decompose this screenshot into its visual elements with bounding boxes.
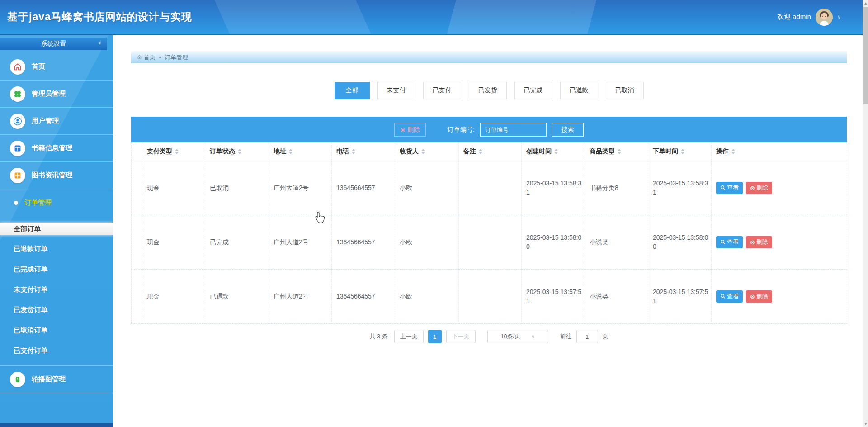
- col-label: 下单时间: [653, 147, 678, 156]
- col-phone[interactable]: 电话: [332, 142, 395, 161]
- col-order-time[interactable]: 下单时间: [648, 142, 712, 161]
- sub-item-completed-orders[interactable]: 已完成订单: [0, 259, 113, 280]
- select-column-header[interactable]: [132, 142, 142, 161]
- view-button[interactable]: 查看: [716, 290, 743, 303]
- sidebar-item-admin-mgmt[interactable]: 管理员管理: [0, 81, 113, 108]
- table-toolbar: ⊗ 删除 订单编号: 搜索: [131, 117, 847, 142]
- sidebar-item-order-mgmt[interactable]: 订单管理: [0, 189, 113, 216]
- delete-circle-icon: ⊗: [750, 239, 755, 246]
- breadcrumb-home-link[interactable]: 首页: [137, 53, 156, 62]
- goto-label: 前往: [560, 332, 572, 341]
- tab-unpaid[interactable]: 未支付: [377, 82, 415, 99]
- sidebar-item-home[interactable]: 首页: [0, 53, 113, 81]
- tab-completed[interactable]: 已完成: [514, 82, 552, 99]
- sub-item-refunded-orders[interactable]: 已退款订单: [0, 239, 113, 259]
- col-consignee[interactable]: 收货人: [395, 142, 459, 161]
- scroll-down-arrow[interactable]: [863, 421, 868, 427]
- sub-item-cancelled-orders[interactable]: 已取消订单: [0, 320, 113, 341]
- avatar-image: [816, 9, 833, 26]
- sidebar-footer-strip: [0, 423, 113, 427]
- cell-actions: 查看 ⊗ 删除: [712, 161, 847, 215]
- sidebar-panel-title[interactable]: 系统设置 »: [0, 38, 107, 50]
- col-order-status[interactable]: 订单状态: [205, 142, 269, 161]
- delete-button[interactable]: ⊗ 删除: [746, 290, 772, 303]
- cell-order-status: 已取消: [205, 161, 269, 215]
- tab-refunded[interactable]: 已退款: [560, 82, 598, 99]
- table-row: 现金 已完成 广州大道2号 13645664557 小欧 2025-03-15 …: [132, 215, 847, 269]
- col-create-time[interactable]: 创建时间: [522, 142, 585, 161]
- breadcrumb-current: 订单管理: [165, 53, 188, 62]
- sidebar-item-book-news-mgmt[interactable]: 图书资讯管理: [0, 162, 113, 189]
- col-remark[interactable]: 备注: [459, 142, 522, 161]
- scrollbar-thumb[interactable]: [863, 7, 868, 104]
- sub-item-all-orders[interactable]: 全部订单: [0, 223, 113, 235]
- cell-address: 广州大道2号: [269, 215, 332, 269]
- avatar: [816, 9, 833, 26]
- order-submenu: 全部订单 已退款订单 已完成订单 未支付订单 已发货订单 已取消订单: [0, 216, 113, 366]
- sidebar-item-label: 管理员管理: [32, 90, 66, 98]
- sidebar-item-label: 书籍信息管理: [32, 144, 72, 152]
- cell-remark: [459, 215, 522, 269]
- cell-consignee: 小欧: [395, 215, 459, 269]
- delete-button[interactable]: ⊗ 删除: [746, 236, 772, 248]
- order-no-input[interactable]: [480, 123, 547, 137]
- app-title: 基于java马蜂窝书店网站的设计与实现: [0, 10, 192, 24]
- cell-actions: 查看 ⊗ 删除: [712, 269, 847, 323]
- sub-item-unpaid-orders[interactable]: 未支付订单: [0, 280, 113, 300]
- view-button[interactable]: 查看: [716, 182, 743, 194]
- search-button[interactable]: 搜索: [552, 123, 584, 137]
- page-size-select[interactable]: 10条/页 ∨: [487, 330, 548, 343]
- sub-item-shipped-orders[interactable]: 已发货订单: [0, 300, 113, 320]
- breadcrumb: 首页 - 订单管理: [131, 51, 847, 63]
- tab-paid[interactable]: 已支付: [423, 82, 461, 99]
- magnifier-icon: [720, 294, 726, 299]
- collapse-chevron-icon: »: [97, 41, 104, 44]
- page-number-active[interactable]: 1: [428, 330, 442, 343]
- sidebar-item-book-info-mgmt[interactable]: 书籍信息管理: [0, 135, 113, 162]
- cell-create-time: 2025-03-15 13:57:51: [522, 269, 585, 323]
- bulk-delete-button[interactable]: ⊗ 删除: [394, 123, 426, 137]
- sidebar-item-carousel-mgmt[interactable]: 轮播图管理: [0, 366, 113, 393]
- col-pay-type[interactable]: 支付类型: [142, 142, 205, 161]
- select-cell[interactable]: [132, 161, 142, 215]
- prev-page-button[interactable]: 上一页: [394, 330, 424, 343]
- col-address[interactable]: 地址: [269, 142, 332, 161]
- tab-all[interactable]: 全部: [335, 82, 370, 99]
- cell-address: 广州大道2号: [269, 269, 332, 323]
- tab-shipped[interactable]: 已发货: [469, 82, 507, 99]
- cell-pay-type: 现金: [142, 269, 205, 323]
- table-row: 现金 已取消 广州大道2号 13645664557 小欧 2025-03-15 …: [132, 161, 847, 215]
- home-outline-icon: [137, 54, 142, 60]
- sort-icon: [681, 149, 684, 154]
- cell-order-status: 已退款: [205, 269, 269, 323]
- col-label: 创建时间: [526, 147, 552, 156]
- sidebar: 系统设置 » 首页 管理员管理: [0, 35, 113, 427]
- cell-product-type: 小说类: [585, 269, 648, 323]
- select-cell[interactable]: [132, 215, 142, 269]
- col-label: 操作: [716, 147, 729, 156]
- chevron-down-icon: ∨: [837, 14, 841, 20]
- book-info-icon: [10, 141, 25, 156]
- orders-table: 支付类型 订单状态 地址 电话 收货人 备注 创建时间 商品类型 下单时间 操作…: [131, 142, 847, 324]
- vertical-scrollbar[interactable]: [863, 0, 868, 427]
- admin-clover-icon: [10, 86, 25, 102]
- tab-cancelled[interactable]: 已取消: [606, 82, 644, 99]
- delete-button[interactable]: ⊗ 删除: [746, 182, 772, 194]
- col-label: 备注: [463, 147, 476, 156]
- delete-circle-icon: ⊗: [400, 126, 406, 133]
- select-cell[interactable]: [132, 269, 142, 323]
- top-header: 基于java马蜂窝书店网站的设计与实现 欢迎 admin ∨: [0, 0, 868, 35]
- view-button[interactable]: 查看: [716, 236, 743, 248]
- col-product-type[interactable]: 商品类型: [585, 142, 648, 161]
- col-actions[interactable]: 操作: [712, 142, 847, 161]
- next-page-button[interactable]: 下一页: [446, 330, 476, 343]
- user-menu[interactable]: 欢迎 admin ∨: [777, 9, 868, 26]
- sidebar-item-user-mgmt[interactable]: 用户管理: [0, 108, 113, 135]
- col-label: 订单状态: [210, 147, 235, 156]
- cell-product-type: 书籍分类8: [585, 161, 648, 215]
- main-content: 首页 - 订单管理 全部 未支付 已支付 已发货 已完成 已退款 已取消 ⊗ 删…: [113, 35, 863, 427]
- view-label: 查看: [727, 292, 739, 300]
- goto-page-input[interactable]: [576, 330, 598, 343]
- sub-item-paid-orders[interactable]: 已支付订单: [0, 341, 113, 361]
- scroll-up-arrow[interactable]: [863, 0, 868, 6]
